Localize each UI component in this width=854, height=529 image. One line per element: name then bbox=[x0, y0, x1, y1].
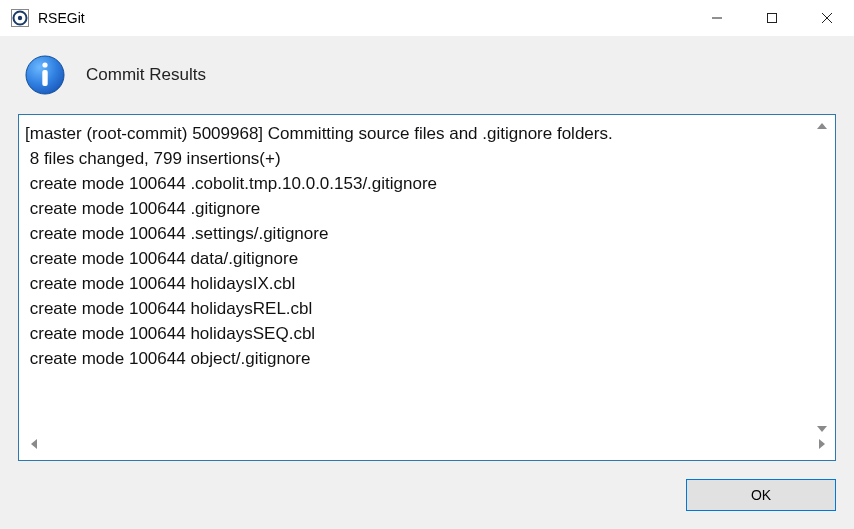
svg-marker-11 bbox=[817, 426, 827, 432]
dialog-header: Commit Results bbox=[24, 54, 836, 96]
dialog-content: Commit Results [master (root-commit) 500… bbox=[0, 36, 854, 529]
horizontal-scrollbar[interactable] bbox=[25, 436, 831, 454]
commit-output-box: [master (root-commit) 5009968] Committin… bbox=[18, 114, 836, 461]
maximize-button[interactable] bbox=[744, 0, 799, 36]
scroll-up-icon[interactable] bbox=[817, 121, 827, 131]
app-icon bbox=[10, 8, 30, 28]
vertical-scrollbar[interactable] bbox=[813, 121, 831, 434]
svg-marker-12 bbox=[31, 439, 37, 449]
dialog-title: Commit Results bbox=[86, 65, 206, 85]
commit-output-text[interactable]: [master (root-commit) 5009968] Committin… bbox=[25, 121, 813, 434]
button-row: OK bbox=[18, 479, 836, 511]
svg-marker-10 bbox=[817, 123, 827, 129]
scroll-right-icon[interactable] bbox=[819, 439, 825, 451]
svg-marker-13 bbox=[819, 439, 825, 449]
svg-rect-9 bbox=[42, 70, 47, 86]
window-title: RSEGit bbox=[38, 10, 689, 26]
scroll-down-icon[interactable] bbox=[817, 424, 827, 434]
titlebar: RSEGit bbox=[0, 0, 854, 36]
minimize-button[interactable] bbox=[689, 0, 744, 36]
scroll-left-icon[interactable] bbox=[31, 439, 37, 451]
svg-point-2 bbox=[18, 16, 22, 20]
svg-point-8 bbox=[42, 62, 47, 67]
svg-rect-4 bbox=[767, 14, 776, 23]
ok-button[interactable]: OK bbox=[686, 479, 836, 511]
close-button[interactable] bbox=[799, 0, 854, 36]
info-icon bbox=[24, 54, 66, 96]
